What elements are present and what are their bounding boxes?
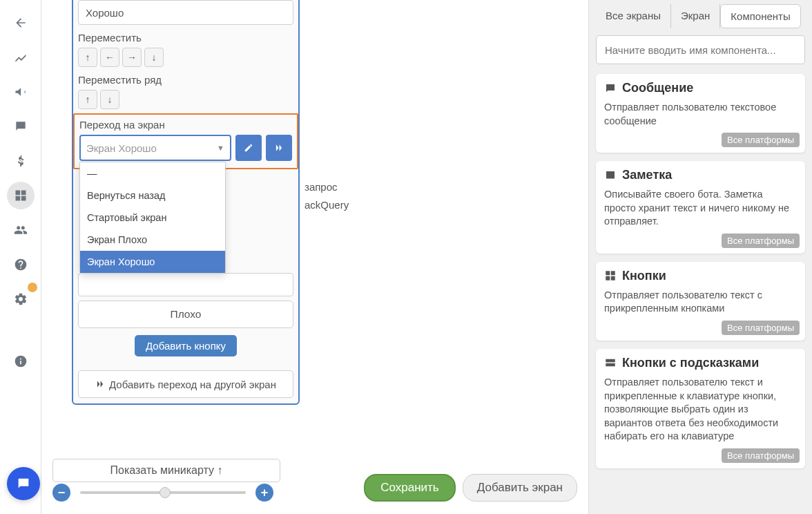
goto-label: Переход на экран [79,119,292,131]
platform-badge: Все платформы [722,321,800,335]
component-desc: Отправляет пользователю текстовое сообще… [604,101,797,128]
dropdown-option-3[interactable]: Экран Плохо [80,229,225,251]
empty-box [78,273,293,296]
move-left-button[interactable]: ← [100,48,119,67]
tab-all-screens[interactable]: Все экраны [596,4,671,28]
keyboard-icon [604,356,617,369]
nav-dollar-icon[interactable] [7,147,35,175]
right-panel: Все экраны Экран Компоненты Сообщение От… [588,0,812,514]
add-button[interactable]: Добавить кнопку [135,335,237,356]
chat-fab[interactable] [7,467,40,500]
nav-editor-icon[interactable] [7,182,35,209]
buttons-icon [604,269,617,282]
note-icon [604,169,617,182]
dropdown-option-2[interactable]: Стартовый экран [80,207,225,229]
save-button[interactable]: Сохранить [364,474,455,502]
component-desc: Описывайте своего бота. Заметка просто х… [604,188,797,229]
platform-badge: Все платформы [722,234,800,248]
platform-badge: Все платформы [722,133,800,147]
nav-chart-icon[interactable] [7,44,35,71]
component-buttons[interactable]: Кнопки Отправляет пользователю текст с п… [596,262,805,341]
message-icon [604,82,617,95]
screen-panel: Переместить ↑ ← → ↓ Переместить ряд ↑ ↓ … [72,0,300,405]
move-row-down-button[interactable]: ↓ [100,90,119,109]
move-right-button[interactable]: → [122,48,142,67]
component-desc: Отправляет пользователю текст с прикрепл… [604,289,797,316]
zoom-out-button[interactable]: − [52,484,70,502]
goto-highlight: Переход на экран Экран Хорошо ▼ — Вернут… [73,113,298,169]
component-title: Заметка [622,168,672,182]
dropdown-option-4[interactable]: Экран Хорошо [80,251,225,273]
zoom-thumb[interactable] [160,487,171,498]
add-screen-button[interactable]: Добавить экран [463,474,577,502]
edit-screen-button[interactable] [235,135,262,161]
nav-info-icon[interactable] [7,348,35,375]
move-down-button[interactable]: ↓ [144,48,164,67]
component-title: Кнопки [622,269,666,283]
move-label: Переместить [78,32,293,44]
chevron-down-icon: ▼ [217,144,224,152]
canvas: Переместить ↑ ← → ↓ Переместить ряд ↑ ↓ … [41,0,588,456]
component-search-input[interactable] [596,35,805,64]
nav-users-icon[interactable] [7,216,35,244]
left-nav [0,0,41,514]
nav-settings-icon[interactable] [7,285,35,313]
component-message[interactable]: Сообщение Отправляет пользователю тексто… [596,74,805,153]
screen-select[interactable]: Экран Хорошо ▼ [79,135,231,161]
dropdown-option-0[interactable]: — [80,162,225,184]
component-keyboard-buttons[interactable]: Кнопки с подсказками Отправляет пользова… [596,349,805,468]
nav-help-icon[interactable] [7,251,35,278]
component-note[interactable]: Заметка Описывайте своего бота. Заметка … [596,161,805,254]
screen-select-value: Экран Хорошо [86,142,157,154]
minimap-toggle[interactable]: Показать миникарту ↑ [52,459,280,482]
move-row-up-button[interactable]: ↑ [78,90,97,109]
bg-text-2: ackQuery [304,199,349,211]
bg-text-1: запрос [304,181,338,193]
add-transition-label: Добавить переход на другой экран [109,379,276,390]
nav-megaphone-icon[interactable] [7,78,35,106]
notification-dot [28,283,37,292]
bottom-bar: Показать миникарту ↑ − + Сохранить Добав… [41,456,588,514]
move-up-button[interactable]: ↑ [78,48,97,67]
tab-screen[interactable]: Экран [671,4,720,28]
platform-badge: Все платформы [722,448,800,463]
bad-button[interactable]: Плохо [78,301,293,328]
tab-row: Все экраны Экран Компоненты [596,4,805,28]
component-desc: Отправляет пользователю текст и прикрепл… [604,376,797,444]
goto-screen-button[interactable] [266,135,292,161]
zoom-slider[interactable] [80,491,246,494]
screen-dropdown: — Вернуться назад Стартовый экран Экран … [79,162,226,274]
component-title: Кнопки с подсказками [622,356,759,370]
add-transition-button[interactable]: Добавить переход на другой экран [78,370,293,398]
nav-chat-icon[interactable] [7,113,35,140]
tab-components[interactable]: Компоненты [720,4,800,28]
move-row-label: Переместить ряд [78,74,293,86]
dropdown-option-1[interactable]: Вернуться назад [80,184,225,207]
screen-name-input[interactable] [78,0,293,25]
component-title: Сообщение [622,81,693,95]
nav-back-icon[interactable] [7,9,35,37]
zoom-in-button[interactable]: + [255,484,273,502]
